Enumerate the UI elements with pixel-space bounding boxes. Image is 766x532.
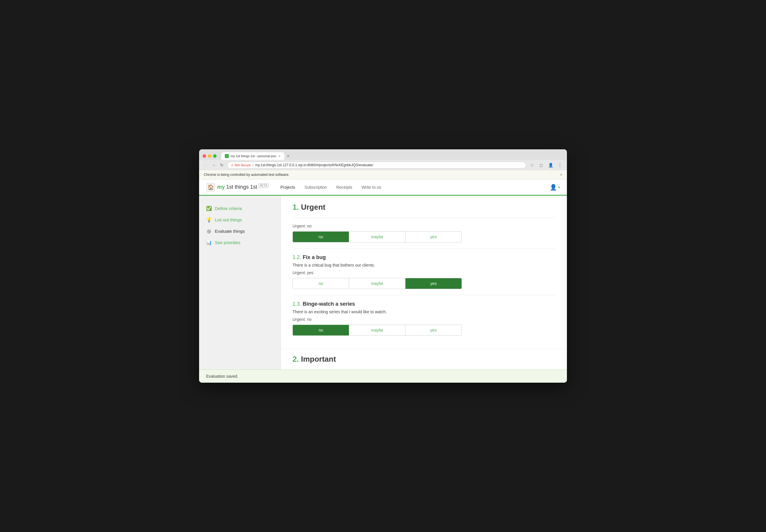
item-1-1-maybe-btn[interactable]: maybe — [349, 232, 405, 242]
sidebar-label-see-priorities: See priorities — [215, 240, 241, 245]
section1-title: Urgent — [301, 203, 326, 211]
chart-icon: 📊 — [206, 240, 212, 245]
section-important-preview: 2. Important — [281, 349, 567, 370]
user-avatar-icon: 👤 — [550, 184, 557, 191]
browser-actions: ☆ ◻ 👤 ⋮ — [528, 162, 563, 169]
item-1-1-yes-btn[interactable]: yes — [405, 232, 461, 242]
app-header: 🏠 my 1st things 1stBETA Projects Subscri… — [199, 179, 567, 196]
tab-bar: my 1st things 1st - personal prio × + — [221, 152, 563, 160]
back-button[interactable]: ← — [203, 162, 209, 168]
extension-button[interactable]: ◻ — [538, 162, 545, 169]
item-1-2-maybe-btn[interactable]: maybe — [349, 278, 405, 289]
section-urgent-header: 1. Urgent — [293, 203, 555, 212]
item-1-3-title: 1.3. Binge-watch a series — [293, 301, 555, 307]
automated-test-banner: Chrome is being controlled by automated … — [199, 170, 567, 179]
main-content: 1. Urgent Urgent: no no maybe yes — [281, 196, 567, 370]
active-tab[interactable]: my 1st things 1st - personal prio × — [221, 152, 284, 160]
refresh-button[interactable]: ↻ — [219, 162, 225, 168]
sidebar-label-evaluate-things: Evaluate things — [215, 229, 245, 234]
nav-receipts[interactable]: Receipts — [332, 179, 357, 195]
item-1-2-urgent: Urgent: yes — [293, 270, 555, 275]
item-1-1-urgent: Urgent: no — [293, 224, 555, 228]
circle-icon: ◎ — [206, 228, 212, 234]
item-1-2-desc: There is a critical bug that bothers our… — [293, 263, 555, 267]
title-bar: my 1st things 1st - personal prio × + — [199, 149, 567, 160]
sidebar-label-list-out-things: List out things — [215, 217, 242, 222]
item-1-1-no-btn[interactable]: no — [293, 232, 349, 242]
new-tab-button[interactable]: + — [284, 152, 292, 160]
notification-bar: Evaluation saved. — [199, 370, 567, 383]
item-1-3-num: 1.3. — [293, 301, 301, 307]
item-1-2-num: 1.2. — [293, 254, 301, 260]
browser-chrome: my 1st things 1st - personal prio × + ← … — [199, 149, 567, 179]
check-circle-icon: ✅ — [206, 206, 212, 211]
section2-num: 2. — [293, 355, 299, 363]
app-logo: 🏠 my 1st things 1stBETA — [206, 183, 269, 192]
svg-text:🏠: 🏠 — [208, 184, 214, 190]
sidebar: ✅ Define criteria 💡 List out things ◎ Ev… — [199, 196, 281, 370]
address-bar: ← → ↻ ⚠ Not Secure | my.1st-things-1st.1… — [199, 160, 567, 170]
tab-title: my 1st things 1st - personal prio — [231, 154, 276, 158]
item-1-3-maybe-btn[interactable]: maybe — [349, 325, 405, 335]
bookmark-button[interactable]: ☆ — [528, 162, 535, 169]
app-body: ✅ Define criteria 💡 List out things ◎ Ev… — [199, 196, 567, 370]
url-text: my.1st-things-1st.127.0.0.1.xip.io:8080/… — [255, 163, 373, 167]
tab-close-icon[interactable]: × — [278, 154, 281, 158]
scroll-container: 1. Urgent Urgent: no no maybe yes — [281, 196, 567, 370]
item-1-3-urgent: Urgent: no — [293, 317, 555, 322]
item-1-3-name: Binge-watch a series — [303, 301, 355, 307]
forward-button[interactable]: → — [211, 162, 217, 168]
nav-projects[interactable]: Projects — [276, 179, 300, 195]
section-urgent: 1. Urgent Urgent: no no maybe yes — [281, 196, 567, 349]
nav-subscription[interactable]: Subscription — [300, 179, 332, 195]
item-1-3-no-btn[interactable]: no — [293, 325, 349, 335]
section1-num: 1. — [293, 203, 299, 211]
item-1-3-desc: There is an exciting series that I would… — [293, 309, 555, 314]
item-1-2-no-btn[interactable]: no — [293, 278, 349, 289]
banner-close-icon[interactable]: × — [560, 173, 562, 177]
address-input[interactable]: ⚠ Not Secure | my.1st-things-1st.127.0.0… — [227, 162, 526, 169]
not-secure-indicator: ⚠ Not Secure — [231, 163, 251, 167]
nav-write-to-us[interactable]: Write to us — [357, 179, 386, 195]
logo-text: my 1st things 1stBETA — [217, 184, 269, 190]
section2-title: Important — [301, 355, 336, 363]
item-1-2: 1.2. Fix a bug There is a critical bug t… — [293, 248, 555, 295]
sidebar-item-see-priorities[interactable]: 📊 See priorities — [199, 237, 281, 248]
item-1-2-name: Fix a bug — [303, 254, 326, 260]
sidebar-item-evaluate-things[interactable]: ◎ Evaluate things — [199, 225, 281, 237]
automated-banner-text: Chrome is being controlled by automated … — [204, 173, 289, 177]
item-1-3: 1.3. Binge-watch a series There is an ex… — [293, 295, 555, 342]
minimize-traffic-light[interactable] — [208, 154, 212, 158]
logo-icon: 🏠 — [206, 183, 216, 192]
item-1-1-btn-group: no maybe yes — [293, 231, 462, 242]
fullscreen-traffic-light[interactable] — [213, 154, 217, 158]
app: 🏠 my 1st things 1stBETA Projects Subscri… — [199, 179, 567, 383]
notification-message: Evaluation saved. — [206, 374, 239, 379]
close-traffic-light[interactable] — [203, 154, 206, 158]
sidebar-item-define-criteria[interactable]: ✅ Define criteria — [199, 203, 281, 214]
profile-button[interactable]: 👤 — [547, 162, 554, 169]
traffic-lights — [203, 154, 217, 158]
main-nav: Projects Subscription Receipts Write to … — [276, 179, 550, 195]
section2-header: 2. Important — [293, 355, 555, 364]
item-1-2-btn-group: no maybe yes — [293, 278, 462, 289]
item-1-3-yes-btn[interactable]: yes — [405, 325, 461, 335]
user-menu-button[interactable]: 👤 ▾ — [550, 184, 560, 191]
sidebar-item-list-out-things[interactable]: 💡 List out things — [199, 214, 281, 225]
sidebar-label-define-criteria: Define criteria — [215, 206, 242, 211]
menu-button[interactable]: ⋮ — [556, 162, 563, 169]
tab-favicon — [225, 154, 229, 158]
user-dropdown-icon: ▾ — [558, 185, 560, 189]
item-1-3-btn-group: no maybe yes — [293, 325, 462, 336]
lightbulb-icon: 💡 — [206, 217, 212, 223]
item-1-1: Urgent: no no maybe yes — [293, 218, 555, 248]
browser-window: my 1st things 1st - personal prio × + ← … — [199, 149, 567, 383]
item-1-2-yes-btn[interactable]: yes — [405, 278, 461, 289]
item-1-2-title: 1.2. Fix a bug — [293, 254, 555, 260]
